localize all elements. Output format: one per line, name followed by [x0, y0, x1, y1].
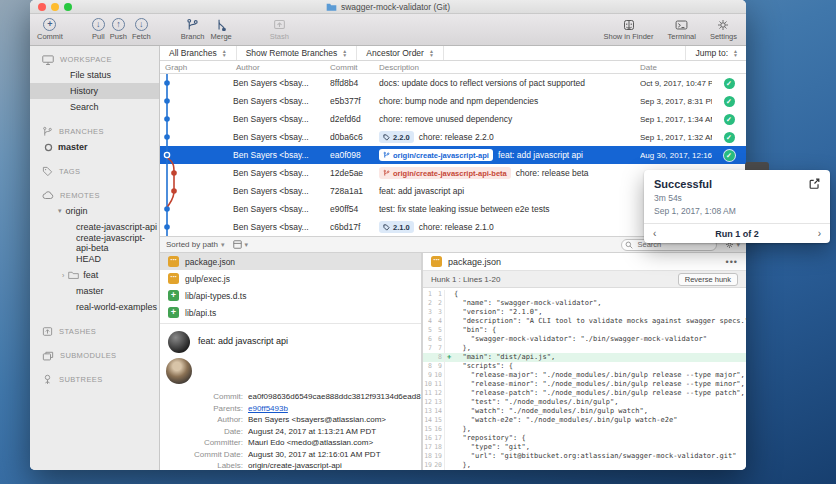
subtrees-icon	[42, 374, 53, 385]
finder-icon	[623, 18, 635, 31]
zoom-window-button[interactable]	[64, 3, 72, 11]
commit-message-block: feat: add javascript api	[160, 323, 421, 353]
branch-button[interactable]: Branch	[181, 18, 205, 41]
pull-icon: ↓	[92, 18, 105, 31]
file-row[interactable]: + lib/api-types.d.ts	[160, 287, 421, 304]
commit-row[interactable]: Ben Sayers <bsay... 8ffd8b4 docs: update…	[160, 74, 746, 92]
dropdown-arrows-icon: ▲▼	[429, 49, 434, 57]
fetch-icon: ↓	[135, 18, 148, 31]
next-run-button[interactable]: ›	[811, 228, 821, 239]
sidebar-item-head[interactable]: HEAD	[30, 251, 159, 267]
build-status-badge[interactable]: ✓	[724, 114, 735, 125]
commit-icon: +	[43, 18, 56, 31]
branch-filter-dropdown[interactable]: All Branches ▲▼	[160, 46, 237, 60]
stash-button[interactable]: Stash	[270, 18, 289, 41]
build-status-badge[interactable]: ✓	[724, 132, 735, 143]
close-window-button[interactable]	[38, 3, 46, 11]
commit-button[interactable]: + Commit	[37, 18, 63, 41]
sidebar-item-origin-master[interactable]: master	[30, 283, 159, 299]
dropdown-arrows-icon: ▲▼	[222, 49, 227, 57]
branch-icon	[186, 18, 199, 31]
build-status-title: Successful	[654, 178, 809, 190]
stash-icon	[273, 18, 286, 31]
chevron-right-icon[interactable]: ›	[62, 272, 64, 279]
sidebar-item-origin[interactable]: ▾ origin	[30, 203, 159, 219]
more-options-button[interactable]: •••	[726, 257, 738, 267]
stashes-icon	[42, 326, 53, 337]
current-branch-icon	[44, 143, 53, 152]
commit-row[interactable]: Ben Sayers <bsay... d0ba6c6 2.2.0 chore:…	[160, 128, 746, 146]
sidebar-section-workspace[interactable]: WORKSPACE	[30, 52, 159, 67]
pull-button[interactable]: ↓ Pull	[92, 18, 105, 41]
reverse-hunk-button[interactable]: Reverse hunk	[678, 273, 738, 286]
folder-icon	[68, 271, 79, 279]
app-window: swagger-mock-validator (Git) + Commit ↓ …	[30, 0, 746, 470]
branch-badge: origin/create-javascript-api	[379, 149, 493, 161]
fetch-button[interactable]: ↓ Fetch	[132, 18, 151, 41]
build-status-popover: Successful 3m 54s Sep 1, 2017, 1:08 AM ‹…	[644, 170, 830, 243]
remote-branches-dropdown[interactable]: Show Remote Branches ▲▼	[237, 46, 358, 60]
tag-badge: 2.2.0	[379, 131, 414, 143]
order-dropdown[interactable]: Ancestor Order ▲▼	[357, 46, 444, 60]
search-icon	[625, 241, 633, 249]
column-header-date[interactable]: Date	[640, 63, 712, 72]
sidebar-item-feat-folder[interactable]: › feat	[30, 267, 159, 283]
branch-icon	[383, 169, 390, 177]
commit-row[interactable]: Ben Sayers <bsay... d2efd6d chore: remov…	[160, 110, 746, 128]
avatar	[168, 331, 190, 353]
build-status-badge[interactable]: ✓	[724, 78, 735, 89]
terminal-button[interactable]: Terminal	[668, 18, 696, 41]
branch-icon	[383, 151, 390, 159]
sidebar-section-branches[interactable]: BRANCHES	[30, 124, 159, 139]
sidebar-item-create-javascript-api-beta[interactable]: create-javascript-api-beta	[30, 235, 159, 251]
view-options-dropdown[interactable]: ▾	[233, 240, 249, 249]
tag-icon	[383, 134, 390, 141]
file-row[interactable]: ··· package.json	[160, 253, 421, 270]
file-row[interactable]: ··· gulp/exec.js	[160, 270, 421, 287]
column-header-graph[interactable]: Graph	[160, 63, 233, 72]
push-button[interactable]: ↑ Push	[110, 18, 127, 41]
modified-file-icon: ···	[168, 273, 179, 284]
list-view-icon	[233, 240, 242, 249]
sidebar-section-tags[interactable]: TAGS	[30, 164, 159, 179]
show-in-finder-button[interactable]: Show in Finder	[604, 18, 654, 41]
sidebar-item-history[interactable]: History	[30, 83, 159, 99]
parent-commit-link[interactable]: e90ff5493b	[248, 404, 421, 413]
commit-graph	[160, 74, 233, 236]
chevron-down-icon[interactable]: ▾	[58, 207, 62, 215]
column-header-author[interactable]: Author	[233, 63, 330, 72]
sidebar-item-search[interactable]: Search	[30, 99, 159, 115]
sidebar-section-subtrees[interactable]: SUBTREES	[30, 372, 159, 387]
column-header-description[interactable]: Description	[375, 63, 640, 72]
build-date: Sep 1, 2017, 1:08 AM	[644, 203, 830, 216]
sidebar-item-master[interactable]: master	[30, 139, 159, 155]
prev-run-button[interactable]: ‹	[653, 228, 663, 239]
workspace-icon	[42, 55, 54, 65]
sort-order-dropdown[interactable]: Sorted by path ▾	[166, 240, 225, 249]
diff-file-name: package.json	[448, 257, 501, 267]
modified-file-icon: ···	[168, 256, 179, 267]
jump-to-dropdown[interactable]: Jump to: ▲▼	[685, 46, 746, 60]
settings-button[interactable]: Settings	[710, 18, 737, 41]
folder-icon	[326, 2, 337, 11]
build-status-badge[interactable]: ✓	[724, 150, 735, 161]
run-counter: Run 1 of 2	[663, 229, 811, 239]
commit-row-selected[interactable]: Ben Sayers <bsay... ea0f098 origin/creat…	[160, 146, 746, 164]
merge-button[interactable]: Merge	[210, 18, 231, 41]
added-line-marker: +	[445, 353, 453, 362]
sidebar-item-real-world-examples[interactable]: real-world-examples	[30, 299, 159, 315]
sidebar-item-file-status[interactable]: File status	[30, 67, 159, 83]
branches-icon	[42, 126, 53, 137]
commit-details: Commit: ea0f098636d6549cae888ddc3812f931…	[160, 386, 421, 470]
history-filter-bar: All Branches ▲▼ Show Remote Branches ▲▼ …	[160, 46, 746, 61]
sidebar-section-submodules[interactable]: SUBMODULES	[30, 348, 159, 363]
external-link-icon[interactable]	[809, 178, 820, 189]
minimize-window-button[interactable]	[51, 3, 59, 11]
commit-row[interactable]: Ben Sayers <bsay... e5b377f chore: bump …	[160, 92, 746, 110]
sidebar-section-stashes[interactable]: STASHES	[30, 324, 159, 339]
column-header-commit[interactable]: Commit	[330, 63, 375, 72]
sidebar-section-remotes[interactable]: REMOTES	[30, 188, 159, 203]
main-toolbar: + Commit ↓ Pull ↑ Push ↓ Fetch Branch Me…	[30, 14, 746, 46]
file-row[interactable]: + lib/api.ts	[160, 304, 421, 321]
build-status-badge[interactable]: ✓	[724, 96, 735, 107]
